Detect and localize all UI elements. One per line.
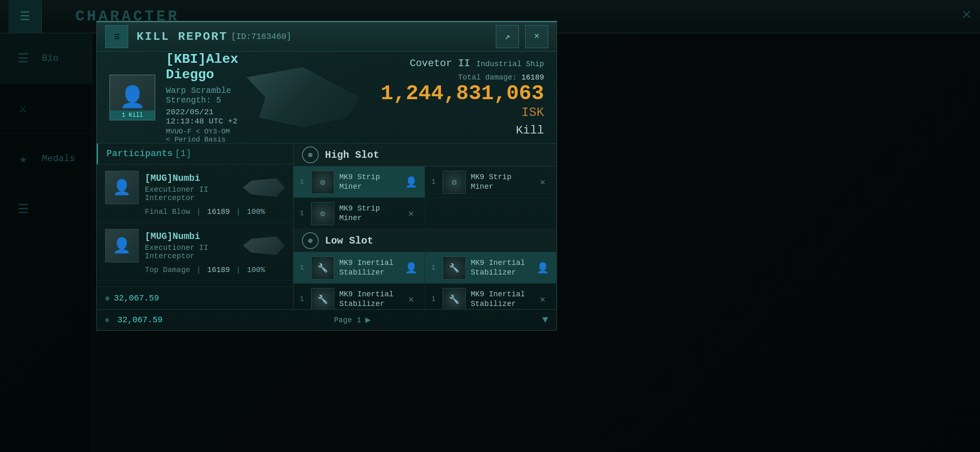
participants-footer: ⊕ 32,067.59 [97,287,293,309]
victim-stat: Warp Scramble Strength: 5 [166,86,238,105]
ship-display [238,60,368,135]
person-icon-l1: 👤 [405,262,418,274]
x-icon-l3: ✕ [408,294,414,305]
next-page-button[interactable]: ▶ [365,314,371,326]
ship-class: Industrial Ship [476,60,544,68]
low-slot-item-2[interactable]: 1 🔧 MK9 Inertial Stabilizer 👤 [425,252,557,284]
high-slot-section: ⊕ High Slot 1 ⚙ MK9 Strip Miner 👤 [294,144,557,229]
footer-isk-icon: ⊕ [105,317,109,324]
ship-type: Covetor II Industrial Ship [368,58,544,69]
participant-entry-2: 👤 [MUG]Numbi Executioner II Interceptor … [97,223,293,281]
participant-ship-2: Executioner II Interceptor [145,244,237,260]
low-slot-icon: ⊕ [302,232,319,249]
slot-icon-l1: 🔧 [311,257,334,280]
participant-ship-img-2 [243,234,285,257]
kr-footer: ⊕ 32,067.59 Page 1 ▶ ▼ [97,309,557,330]
participant-avatar-1: 👤 [105,171,139,204]
victim-avatar: 👤 1 Kill [109,74,155,121]
participant-stats-1: Final Blow | 16189 | 100% [105,208,285,216]
kr-export-button[interactable]: ↗ [496,25,519,48]
slot-icon-l2: 🔧 [443,257,466,280]
low-slot-section: ⊕ Low Slot 1 🔧 MK9 Inertial Stabilizer 👤 [294,229,557,309]
isk-unit: ISK [521,105,544,120]
ship-name: Covetor II [410,58,470,69]
slot-num-l2: 1 [431,264,438,272]
damage-label-text: Total damage: [458,73,517,82]
x-icon-h3: ✕ [408,208,414,219]
slot-icon-h3: ⚙ [311,202,334,225]
kr-body: 👤 1 Kill [KBI]Alex Dieggo Warp Scramble … [97,51,557,330]
stat-value-1: 16189 [207,208,230,216]
isk-container: 1,244,831,063 ISK [368,82,544,120]
low-slot-item-1[interactable]: 1 🔧 MK9 Inertial Stabilizer 👤 [294,252,425,284]
kr-close-button[interactable]: × [525,25,548,48]
victim-info: [KBI]Alex Dieggo Warp Scramble Strength:… [166,51,238,144]
close-icon: × [534,31,539,42]
victim-timestamp: 2022/05/21 12:13:48 UTC +2 [166,108,238,126]
participant-entry-1: 👤 [MUG]Numbi Executioner II Interceptor … [97,164,293,223]
stat-value-2: 16189 [207,266,230,274]
slot-name-h2: MK9 Strip Miner [471,172,530,192]
participant-top-2: 👤 [MUG]Numbi Executioner II Interceptor [105,229,285,262]
low-slot-item-4[interactable]: 1 🔧 MK9 Inertial Stabilizer ✕ [425,284,557,309]
slot-num-l4: 1 [431,295,438,303]
slot-name-h3: MK9 Strip Miner [339,204,399,223]
filter-button[interactable]: ▼ [542,314,548,326]
export-icon: ↗ [505,31,510,42]
slot-num-h2: 1 [431,178,438,186]
kr-title: KILL REPORT [137,30,228,43]
participant-avatar-2: 👤 [105,229,139,262]
low-slot-item-3[interactable]: 1 🔧 MK9 Inertial Stabilizer ✕ [294,284,425,309]
participants-count: [1] [175,149,191,159]
isk-value: 1,244,831,063 [381,82,544,105]
slot-name-l1: MK9 Inertial Stabilizer [339,258,399,278]
participant-ship-img-1 [243,176,285,199]
high-slot-item-2[interactable]: 1 ⚙ MK9 Strip Miner ✕ [425,167,557,198]
kr-menu-icon: ☰ [114,33,120,41]
participant-ship-1: Executioner II Interceptor [145,185,237,202]
slot-icon-l4: 🔧 [443,288,466,310]
footer-value: 32,067.59 [117,315,162,325]
fitting-panel: ⊕ High Slot 1 ⚙ MK9 Strip Miner 👤 [294,144,557,309]
participants-icon: ⊕ [105,294,110,303]
slot-num-h3: 1 [300,210,306,217]
slot-name-h1: MK9 Strip Miner [339,172,399,192]
high-slot-header: ⊕ High Slot [294,144,557,167]
footer-left: ⊕ 32,067.59 [105,315,162,325]
page-label: Page 1 [334,316,361,324]
stat-label-1: Final Blow [145,208,190,216]
participant-info-1: [MUG]Numbi Executioner II Interceptor [145,173,237,202]
victim-section: 👤 1 Kill [KBI]Alex Dieggo Warp Scramble … [97,51,557,144]
slot-num-h1: 1 [300,178,306,186]
low-slot-header: ⊕ Low Slot [294,229,557,252]
kr-controls: ↗ × [496,25,548,48]
slot-status-l3: ✕ [404,292,418,307]
footer-isk: 32,067.59 [114,293,159,303]
participant-name-1: [MUG]Numbi [145,173,237,184]
high-slot-item-3[interactable]: 1 ⚙ MK9 Strip Miner ✕ [294,198,425,229]
kr-content: Participants [1] 👤 [MUG]Numbi Executione… [97,144,557,309]
low-slot-title: Low Slot [325,235,373,247]
slot-icon-h2: ⚙ [443,171,466,194]
slot-status-l2: 👤 [535,261,550,275]
participant-info-2: [MUG]Numbi Executioner II Interceptor [145,231,237,260]
victim-location: MVUO-F < OY3-OM < Period Basis [166,128,238,144]
participant-stats-2: Top Damage | 16189 | 100% [105,266,285,274]
high-slot-icon: ⊕ [302,146,319,163]
participant-name-2: [MUG]Numbi [145,231,237,242]
slot-status-h1: 👤 [404,175,418,190]
slot-icon-h1: ⚙ [311,171,334,194]
victim-name: [KBI]Alex Dieggo [166,51,238,82]
slot-name-l3: MK9 Inertial Stabilizer [339,290,399,309]
high-slot-item-4 [425,198,557,229]
high-slot-items: 1 ⚙ MK9 Strip Miner 👤 1 ⚙ MK9 Strip Mine… [294,167,557,229]
x-icon-l4: ✕ [540,294,545,305]
kr-menu-button[interactable]: ☰ [105,25,128,48]
ship-silhouette [240,64,366,131]
kill-report-modal: ☰ KILL REPORT [ID:7163460] ↗ × 👤 1 Kill … [96,21,557,331]
slot-name-l2: MK9 Inertial Stabilizer [471,258,530,278]
slot-num-l1: 1 [300,264,306,272]
low-slot-items: 1 🔧 MK9 Inertial Stabilizer 👤 1 🔧 MK9 In… [294,252,557,309]
slot-num-l3: 1 [300,295,306,303]
high-slot-item-1[interactable]: 1 ⚙ MK9 Strip Miner 👤 [294,167,425,198]
